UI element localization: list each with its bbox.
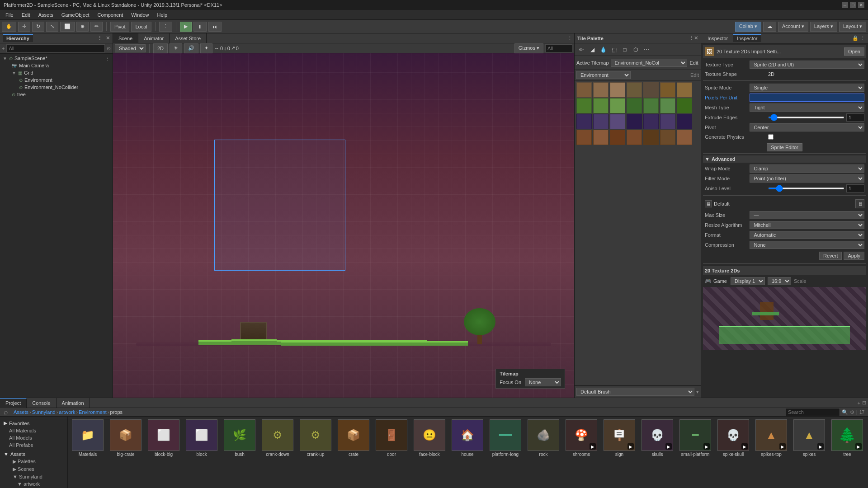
menu-help[interactable]: Help [153, 11, 171, 19]
eyedrop-tool[interactable]: 💧 [598, 45, 608, 55]
scene-options-icon[interactable]: ⋮ [566, 35, 574, 41]
tile-cell[interactable] [593, 114, 609, 129]
hier-item-env-nocollider[interactable]: ⊙ Environment_NoCollider [1, 84, 112, 91]
rotate-tool[interactable]: ↻ [32, 22, 44, 32]
tile-cell[interactable] [610, 114, 625, 129]
tile-cell[interactable] [576, 114, 592, 129]
bottom-add-icon[interactable]: + [858, 400, 860, 406]
local-button[interactable]: Local [131, 22, 151, 32]
open-button[interactable]: Open [844, 47, 864, 56]
advanced-section[interactable]: ▼ Advanced [703, 155, 866, 163]
generate-physics-checkbox[interactable] [768, 134, 774, 140]
assets-label[interactable]: ▼ Assets [4, 450, 64, 458]
step-button[interactable]: ⏭ [208, 22, 222, 32]
tile-cell[interactable] [643, 114, 659, 129]
account-button[interactable]: Account ▾ [778, 22, 808, 32]
asset-sign[interactable]: 🪧 ▶ sign [601, 418, 637, 458]
apply-button[interactable]: Apply [844, 252, 864, 260]
menu-edit[interactable]: Edit [18, 11, 34, 19]
hierarchy-tab[interactable]: Hierarchy [3, 34, 33, 42]
inspector-lock-icon[interactable]: 🔒 [852, 35, 859, 41]
aniso-slider[interactable] [768, 188, 844, 189]
spikes-play-icon[interactable]: ▶ [817, 443, 824, 450]
sprite-mode-select[interactable]: Single [750, 84, 864, 92]
hierarchy-add-icon[interactable]: + [2, 46, 5, 51]
edit-button[interactable]: Edit [689, 58, 699, 68]
tile-palette-close-icon[interactable]: ✕ [694, 35, 698, 41]
asset-crate[interactable]: 📦 crate [335, 418, 372, 458]
wrap-mode-select[interactable]: Clamp [750, 164, 864, 173]
custom-tool[interactable]: ✏ [90, 22, 103, 32]
tile-cell[interactable] [660, 82, 675, 98]
tile-cell[interactable] [627, 82, 642, 98]
menu-file[interactable]: File [2, 11, 17, 19]
tile-cell[interactable] [627, 130, 642, 145]
all-models-item[interactable]: All Models [4, 434, 64, 441]
inspector-tab-1[interactable]: Inspector [704, 35, 731, 42]
extrude-edges-input[interactable] [846, 113, 864, 122]
tile-cell[interactable] [643, 98, 659, 113]
display-select[interactable]: Display 1 [731, 277, 765, 285]
hier-item-tree[interactable]: ⊙ tree [1, 91, 112, 98]
asset-spikes-top[interactable]: ▲ ▶ spikes-top [753, 418, 789, 458]
tile-cell[interactable] [677, 82, 692, 98]
play-button[interactable]: ▶ [180, 22, 192, 32]
2d-button[interactable]: 2D [153, 43, 168, 53]
focus-on-select[interactable]: None [525, 378, 561, 386]
small-platform-play-icon[interactable]: ▶ [703, 443, 710, 450]
tile-cell[interactable] [660, 114, 675, 129]
hier-item-samplescene[interactable]: ▼ ⊙ SampleScene* ⋮ [1, 55, 112, 62]
tile-cell[interactable] [643, 130, 659, 145]
minimize-button[interactable]: ─ [842, 2, 848, 8]
tile-cell[interactable] [660, 130, 675, 145]
tile-cell[interactable] [593, 98, 609, 113]
inspector-menu-icon[interactable]: ⋮ [860, 35, 865, 41]
tile-cell[interactable] [627, 98, 642, 113]
spikes-top-play-icon[interactable]: ▶ [779, 443, 786, 450]
bottom-collapse-icon[interactable]: ⊟ [862, 400, 866, 406]
tile-palette-content[interactable] [575, 80, 701, 385]
sprite-editor-button[interactable]: Sprite Editor [767, 143, 802, 151]
hierarchy-search[interactable] [6, 44, 105, 52]
menu-window[interactable]: Window [127, 11, 152, 19]
resize-algo-select[interactable]: Mitchell [750, 221, 864, 229]
hierarchy-close-icon[interactable]: ✕ [106, 35, 110, 41]
hand-tool[interactable]: ✋ [2, 22, 16, 32]
hier-item-grid[interactable]: ▼ ▦ Grid [1, 69, 112, 76]
mesh-type-select[interactable]: Tight [750, 103, 864, 112]
tile-cell[interactable] [677, 114, 692, 129]
inspector-tab-2[interactable]: Inspector [733, 34, 761, 42]
rect-tool[interactable]: ⬜ [60, 22, 75, 32]
menu-assets[interactable]: Assets [35, 11, 57, 19]
asset-tree[interactable]: 🌲 ▶ tree [829, 418, 865, 458]
tile-cell[interactable] [576, 98, 592, 113]
tile-cell[interactable] [576, 82, 592, 98]
tile-cell[interactable] [610, 130, 625, 145]
erase-tool[interactable]: ⬚ [609, 45, 619, 55]
tile-cell[interactable] [593, 130, 609, 145]
extrude-edges-slider[interactable] [768, 117, 844, 118]
tile-cell[interactable] [610, 82, 625, 98]
scene-search[interactable] [545, 44, 572, 52]
menu-component[interactable]: Component [94, 11, 127, 19]
asset-crank-down[interactable]: ⚙ crank-down [259, 418, 296, 458]
revert-button[interactable]: Revert [819, 252, 842, 260]
layers-button[interactable]: Layers ▾ [810, 22, 837, 32]
fill-tool[interactable]: ◢ [587, 45, 597, 55]
snap-button[interactable]: ⋮ [159, 22, 172, 32]
breadcrumb-environment[interactable]: Environment [79, 409, 107, 415]
transform-tool[interactable]: ⊕ [76, 22, 89, 32]
environment-select[interactable]: Environment [576, 71, 631, 79]
asset-block-big[interactable]: ⬜ block-big [146, 418, 182, 458]
hier-item-environment[interactable]: ⊙ Environment [1, 76, 112, 84]
artwork-item[interactable]: ▼ artwork [4, 480, 64, 488]
asset-small-platform[interactable]: ━ ▶ small-platform [677, 418, 713, 458]
tab-project[interactable]: Project [0, 398, 27, 408]
gizmos-button[interactable]: Gizmos ▾ [514, 43, 543, 53]
move-tool[interactable]: ✛ [18, 22, 30, 32]
tile-cell[interactable] [643, 82, 659, 98]
asset-block[interactable]: ⬜ block [184, 418, 220, 458]
asset-spike-skull[interactable]: 💀 ▶ spike-skull [715, 418, 751, 458]
tab-animation[interactable]: Animation [57, 398, 90, 408]
hierarchy-options-icon[interactable]: ⊙ [107, 46, 111, 52]
